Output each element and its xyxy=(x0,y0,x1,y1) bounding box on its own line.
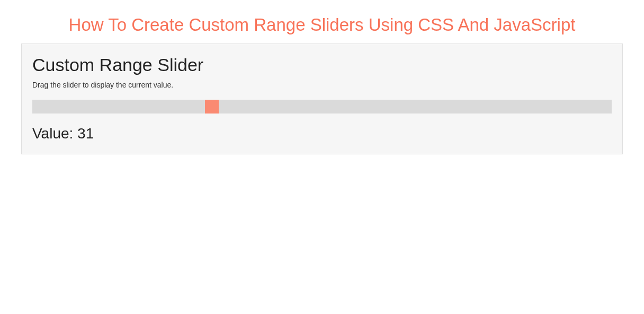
panel-description: Drag the slider to display the current v… xyxy=(32,81,612,89)
slider-thumb[interactable] xyxy=(205,100,219,114)
slider-panel: Custom Range Slider Drag the slider to d… xyxy=(21,43,623,154)
panel-heading: Custom Range Slider xyxy=(32,55,612,75)
value-display: Value: 31 xyxy=(32,125,612,142)
range-slider[interactable] xyxy=(32,100,612,114)
page-title: How To Create Custom Range Sliders Using… xyxy=(0,0,644,43)
slider-track xyxy=(32,100,612,114)
